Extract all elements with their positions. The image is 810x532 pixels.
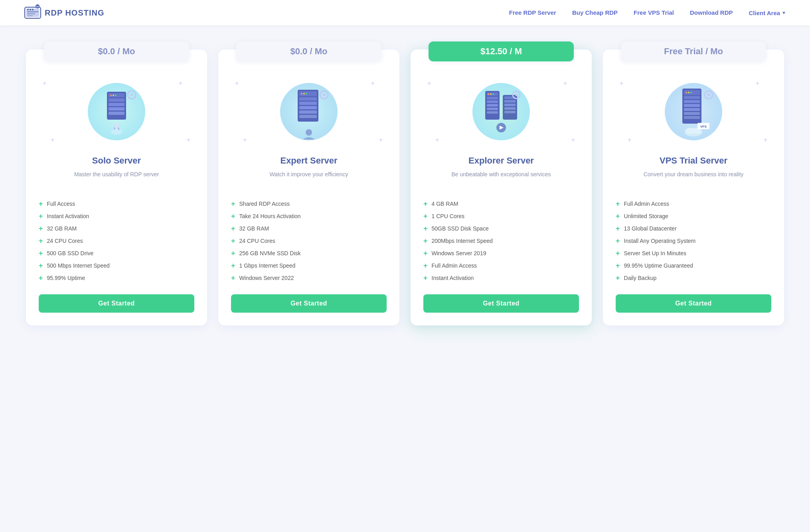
list-item: +50GB SSD Disk Space xyxy=(423,225,579,232)
svg-point-25 xyxy=(115,122,119,129)
decor-plus-15: + xyxy=(628,136,631,144)
list-item: +32 GB RAM xyxy=(39,225,194,232)
get-started-solo[interactable]: Get Started xyxy=(39,294,194,313)
svg-rect-5 xyxy=(27,11,38,12)
svg-point-31 xyxy=(306,93,307,95)
list-item: +32 GB RAM xyxy=(231,225,387,232)
svg-rect-49 xyxy=(487,104,498,106)
feature-list-explorer: +4 GB RAM +1 CPU Cores +50GB SSD Disk Sp… xyxy=(423,200,579,282)
list-item: +Instant Activation xyxy=(423,274,579,282)
pricing-grid: $0.0 / Mo + + + + xyxy=(26,49,784,325)
svg-point-64 xyxy=(688,92,689,93)
plus-icon: + xyxy=(616,200,620,207)
site-logo[interactable]: RDP HOSTING xyxy=(24,4,105,22)
svg-point-11 xyxy=(38,6,38,6)
svg-rect-33 xyxy=(299,102,317,105)
list-item: +Windows Server 2022 xyxy=(231,274,387,282)
card-body-explorer: + + + + xyxy=(411,61,592,325)
svg-rect-55 xyxy=(504,107,516,110)
nav-free-rdp[interactable]: Free RDP Server xyxy=(509,9,556,16)
vps-server-svg: VPS xyxy=(662,80,725,144)
list-item: +Install Any Operating System xyxy=(616,237,771,244)
decor-plus-7: + xyxy=(243,136,247,144)
price-vps: Free Trial / Mo xyxy=(664,46,723,56)
plus-icon: + xyxy=(39,250,43,257)
svg-rect-6 xyxy=(27,13,35,14)
svg-rect-21 xyxy=(109,112,124,115)
list-item: +500 Mbps Internet Speed xyxy=(39,262,194,269)
plus-icon: + xyxy=(231,274,235,282)
plan-vps-desc: Convert your dream business into reality xyxy=(616,170,771,191)
illustration-explorer: + + + + xyxy=(423,76,579,148)
svg-rect-53 xyxy=(504,100,516,102)
plan-expert: $0.0 / Mo + + + + xyxy=(218,49,399,325)
get-started-explorer[interactable]: Get Started xyxy=(423,294,579,313)
list-item: +Full Admin Access xyxy=(616,200,771,207)
nav-client-area[interactable]: Client Area ▼ xyxy=(749,10,786,16)
svg-rect-67 xyxy=(684,100,700,103)
plus-icon: + xyxy=(39,274,43,282)
plan-explorer-desc: Be unbeatable with exceptional services xyxy=(423,170,579,191)
nav-links: Free RDP Server Buy Cheap RDP Free VPS T… xyxy=(509,9,786,16)
plus-icon: + xyxy=(616,274,620,282)
explorer-server-svg xyxy=(469,80,533,144)
plus-icon: + xyxy=(616,213,620,220)
svg-point-17 xyxy=(115,95,117,96)
svg-rect-35 xyxy=(299,110,317,114)
list-item: +95.99% Uptime xyxy=(39,274,194,282)
price-badge-solo: $0.0 / Mo xyxy=(44,41,189,61)
svg-point-24 xyxy=(111,128,122,135)
plus-icon: + xyxy=(423,250,428,257)
svg-rect-36 xyxy=(299,115,317,118)
get-started-vps[interactable]: Get Started xyxy=(616,294,771,313)
price-badge-vps: Free Trial / Mo xyxy=(621,41,766,61)
logo-icon xyxy=(24,4,41,22)
list-item: +Take 24 Hours Activation xyxy=(231,213,387,220)
svg-point-10 xyxy=(37,6,38,6)
list-item: +24 CPU Cores xyxy=(39,237,194,244)
decor-plus-12: + xyxy=(571,136,575,144)
decor-plus-11: + xyxy=(435,136,439,144)
svg-point-65 xyxy=(690,92,692,93)
svg-point-23 xyxy=(130,94,133,96)
list-item: +Instant Activation xyxy=(39,213,194,220)
svg-rect-71 xyxy=(684,116,700,119)
decor-plus-8: + xyxy=(379,136,383,144)
list-item: +500 GB SSD Drive xyxy=(39,250,194,257)
svg-rect-66 xyxy=(684,96,700,99)
svg-text:VPS: VPS xyxy=(700,125,707,128)
get-started-expert[interactable]: Get Started xyxy=(231,294,387,313)
plus-icon: + xyxy=(423,200,428,207)
list-item: +Shared RDP Access xyxy=(231,200,387,207)
plus-icon: + xyxy=(616,225,620,232)
plus-icon: + xyxy=(39,225,43,232)
decor-plus-9: + xyxy=(427,80,431,87)
nav-free-vps[interactable]: Free VPS Trial xyxy=(634,9,674,16)
list-item: +13 Global Datacenter xyxy=(616,225,771,232)
decor-plus-6: + xyxy=(371,80,375,87)
plus-icon: + xyxy=(39,200,43,207)
feature-list-solo: +Full Access +Instant Activation +32 GB … xyxy=(39,200,194,282)
decor-plus-1: + xyxy=(43,80,46,87)
plan-expert-title: Expert Server xyxy=(231,156,387,166)
nav-download-rdp[interactable]: Download RDP xyxy=(690,9,733,16)
decor-plus-10: + xyxy=(563,80,567,87)
svg-point-59 xyxy=(515,94,518,96)
list-item: +24 CPU Cores xyxy=(231,237,387,244)
plan-explorer-title: Explorer Server xyxy=(423,156,579,166)
svg-rect-18 xyxy=(109,99,124,102)
svg-rect-47 xyxy=(487,97,498,99)
svg-point-4 xyxy=(32,9,34,10)
main-content: $0.0 / Mo + + + + xyxy=(10,26,800,357)
plus-icon: + xyxy=(423,274,428,282)
svg-point-15 xyxy=(110,95,112,96)
decor-plus-3: + xyxy=(51,136,54,144)
decor-plus-16: + xyxy=(764,136,767,144)
decor-plus-14: + xyxy=(756,80,759,87)
nav-buy-rdp[interactable]: Buy Cheap RDP xyxy=(572,9,618,16)
plan-solo: $0.0 / Mo + + + + xyxy=(26,49,207,325)
svg-point-73 xyxy=(707,94,710,96)
list-item: +Daily Backup xyxy=(616,274,771,282)
card-body-solo: + + + + xyxy=(26,61,207,325)
plus-icon: + xyxy=(423,262,428,269)
